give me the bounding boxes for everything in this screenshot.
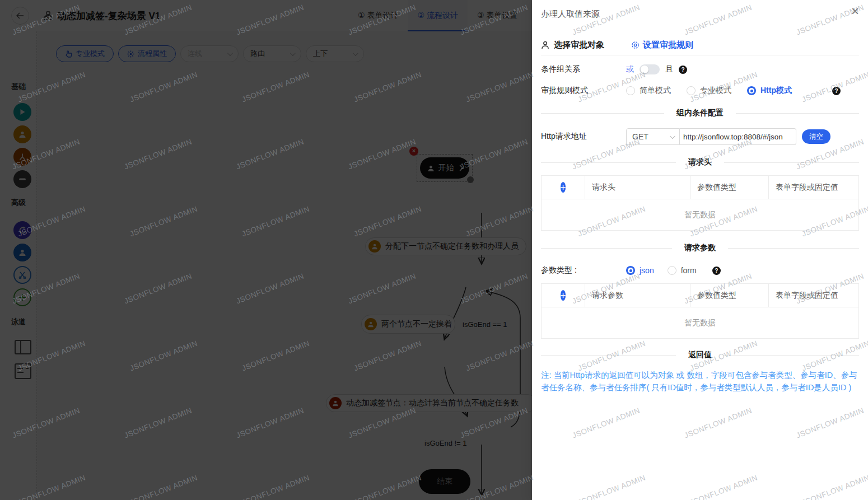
toggle-knob (641, 66, 648, 73)
request-params-divider: 请求参数 (541, 243, 859, 253)
empty-state: 暂无数据 (542, 199, 859, 231)
radio-form[interactable]: form (668, 266, 697, 275)
radio-circle-selected (747, 86, 756, 95)
request-header-table: + 请求头 参数值类型 表单字段或固定值 暂无数据 (541, 175, 859, 231)
radio-circle-selected (626, 266, 635, 275)
radio-http-mode[interactable]: Http模式 (747, 86, 792, 96)
column-header: 参数值类型 (690, 176, 769, 199)
column-header: 参数值类型 (690, 284, 769, 307)
add-header-button[interactable]: + (561, 182, 566, 193)
column-header: 请求参数 (585, 284, 690, 307)
http-url-label: Http请求地址 (541, 132, 626, 142)
radio-json[interactable]: json (626, 266, 654, 275)
set-approval-rule-link[interactable]: 设置审批规则 (631, 40, 693, 50)
radio-simple-mode[interactable]: 简单模式 (626, 86, 671, 96)
column-header: 表单字段或固定值 (769, 284, 859, 307)
help-icon[interactable]: ? (679, 66, 687, 74)
request-header-divider: 请求头 (541, 157, 859, 167)
group-condition-divider: 组内条件配置 (541, 108, 859, 118)
and-or-toggle[interactable] (640, 64, 660, 74)
or-label: 或 (626, 64, 634, 74)
add-param-button[interactable]: + (561, 290, 566, 301)
return-value-note: 注: 当前Http请求的返回值可以为对象 或 数组，字段可包含参与者类型、参与者… (541, 369, 859, 394)
help-icon[interactable]: ? (832, 87, 841, 95)
radio-circle (687, 86, 696, 95)
return-value-divider: 返回值 (541, 350, 859, 360)
help-icon[interactable]: ? (712, 267, 721, 275)
select-approval-target-label: 选择审批对象 (554, 40, 604, 50)
radio-pro-mode[interactable]: 专业模式 (687, 86, 731, 96)
gear-icon (631, 41, 640, 49)
param-type-label: 参数类型 : (541, 265, 626, 275)
chevron-down-icon (670, 133, 675, 139)
and-label: 且 (665, 64, 673, 74)
rule-mode-label: 审批规则模式 (541, 86, 626, 96)
drawer-title: 办理人取值来源 (541, 9, 859, 20)
empty-state: 暂无数据 (542, 307, 859, 339)
person-outline-icon (541, 41, 549, 49)
handler-source-drawer: 办理人取值来源 × 选择审批对象 设置审批规则 条件组关系 或 且 ? 审批规则… (532, 0, 868, 500)
divider (541, 55, 859, 55)
http-method-select[interactable]: GET (626, 128, 680, 145)
request-params-table: + 请求参数 参数值类型 表单字段或固定值 暂无数据 (541, 283, 859, 339)
clear-button[interactable]: 清空 (802, 129, 830, 144)
radio-circle (668, 266, 676, 275)
radio-circle (626, 86, 635, 95)
http-url-input[interactable] (680, 128, 796, 145)
column-header: 表单字段或固定值 (769, 176, 859, 199)
condition-relation-label: 条件组关系 (541, 64, 626, 74)
close-icon[interactable]: × (851, 4, 859, 18)
column-header: 请求头 (585, 176, 690, 199)
